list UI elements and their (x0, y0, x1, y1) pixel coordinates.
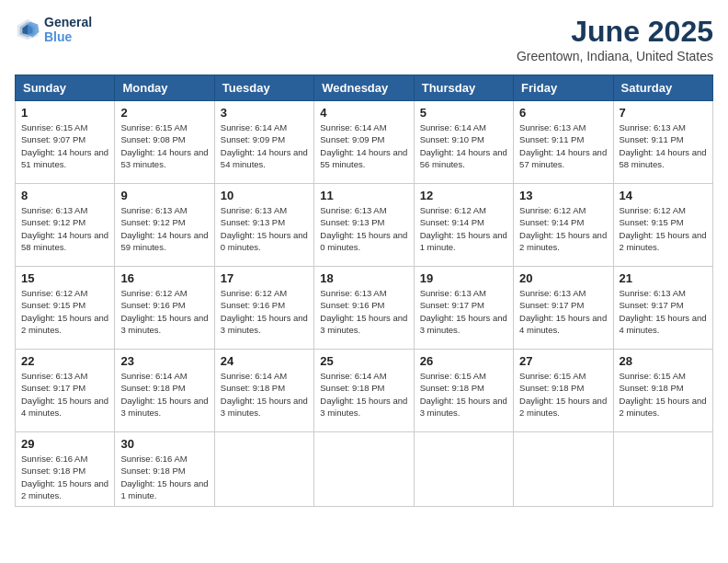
day-cell-2: 2Sunrise: 6:15 AM Sunset: 9:08 PM Daylig… (115, 101, 214, 184)
day-cell-5: 5Sunrise: 6:14 AM Sunset: 9:10 PM Daylig… (414, 101, 513, 184)
day-info: Sunrise: 6:14 AM Sunset: 9:18 PM Dayligh… (221, 370, 308, 419)
day-number: 16 (120, 271, 208, 285)
day-number: 5 (420, 106, 507, 120)
page-header: General Blue June 2025 Greentown, Indian… (15, 15, 713, 63)
day-info: Sunrise: 6:15 AM Sunset: 9:18 PM Dayligh… (420, 370, 507, 419)
day-number: 24 (221, 354, 308, 368)
day-info: Sunrise: 6:13 AM Sunset: 9:13 PM Dayligh… (221, 204, 308, 253)
day-info: Sunrise: 6:13 AM Sunset: 9:17 PM Dayligh… (420, 287, 507, 336)
day-number: 2 (120, 106, 208, 120)
calendar-week-4: 22Sunrise: 6:13 AM Sunset: 9:17 PM Dayli… (16, 350, 713, 432)
day-cell-12: 12Sunrise: 6:12 AM Sunset: 9:14 PM Dayli… (414, 184, 513, 267)
day-info: Sunrise: 6:13 AM Sunset: 9:16 PM Dayligh… (320, 287, 407, 336)
column-header-monday: Monday (115, 75, 214, 101)
day-number: 13 (519, 189, 607, 202)
day-info: Sunrise: 6:12 AM Sunset: 9:16 PM Dayligh… (221, 287, 308, 336)
day-number: 25 (320, 354, 407, 368)
day-number: 20 (519, 271, 607, 285)
day-number: 14 (620, 189, 707, 202)
day-number: 28 (620, 354, 707, 368)
day-number: 27 (519, 354, 607, 368)
day-number: 10 (221, 189, 308, 202)
day-cell-13: 13Sunrise: 6:12 AM Sunset: 9:14 PM Dayli… (514, 184, 613, 267)
day-cell-18: 18Sunrise: 6:13 AM Sunset: 9:16 PM Dayli… (314, 267, 414, 350)
empty-cell (613, 432, 712, 507)
day-number: 18 (320, 271, 407, 285)
day-cell-8: 8Sunrise: 6:13 AM Sunset: 9:12 PM Daylig… (16, 184, 115, 267)
day-number: 8 (21, 189, 108, 202)
day-info: Sunrise: 6:12 AM Sunset: 9:14 PM Dayligh… (420, 204, 507, 253)
title-block: June 2025 Greentown, Indiana, United Sta… (517, 15, 713, 63)
day-cell-10: 10Sunrise: 6:13 AM Sunset: 9:13 PM Dayli… (214, 184, 313, 267)
calendar-table: SundayMondayTuesdayWednesdayThursdayFrid… (15, 75, 713, 507)
day-info: Sunrise: 6:15 AM Sunset: 9:18 PM Dayligh… (519, 370, 607, 419)
day-number: 22 (21, 354, 108, 368)
day-cell-27: 27Sunrise: 6:15 AM Sunset: 9:18 PM Dayli… (514, 350, 613, 432)
day-cell-24: 24Sunrise: 6:14 AM Sunset: 9:18 PM Dayli… (214, 350, 313, 432)
day-cell-25: 25Sunrise: 6:14 AM Sunset: 9:18 PM Dayli… (314, 350, 414, 432)
day-cell-23: 23Sunrise: 6:14 AM Sunset: 9:18 PM Dayli… (115, 350, 214, 432)
logo-text: General Blue (44, 15, 92, 44)
day-info: Sunrise: 6:12 AM Sunset: 9:14 PM Dayligh… (519, 204, 607, 253)
day-number: 12 (420, 189, 507, 202)
day-info: Sunrise: 6:12 AM Sunset: 9:15 PM Dayligh… (21, 287, 108, 336)
empty-cell (414, 432, 513, 507)
day-cell-11: 11Sunrise: 6:13 AM Sunset: 9:13 PM Dayli… (314, 184, 414, 267)
day-info: Sunrise: 6:16 AM Sunset: 9:18 PM Dayligh… (21, 453, 108, 501)
day-info: Sunrise: 6:13 AM Sunset: 9:13 PM Dayligh… (320, 204, 407, 253)
day-number: 21 (620, 271, 707, 285)
day-number: 30 (120, 437, 208, 451)
day-info: Sunrise: 6:13 AM Sunset: 9:11 PM Dayligh… (620, 121, 707, 170)
day-cell-21: 21Sunrise: 6:13 AM Sunset: 9:17 PM Dayli… (613, 267, 712, 350)
day-cell-7: 7Sunrise: 6:13 AM Sunset: 9:11 PM Daylig… (613, 101, 712, 184)
day-info: Sunrise: 6:13 AM Sunset: 9:12 PM Dayligh… (120, 204, 208, 253)
day-cell-26: 26Sunrise: 6:15 AM Sunset: 9:18 PM Dayli… (414, 350, 513, 432)
day-info: Sunrise: 6:13 AM Sunset: 9:11 PM Dayligh… (519, 121, 607, 170)
day-info: Sunrise: 6:13 AM Sunset: 9:17 PM Dayligh… (620, 287, 707, 336)
day-info: Sunrise: 6:13 AM Sunset: 9:17 PM Dayligh… (519, 287, 607, 336)
day-info: Sunrise: 6:16 AM Sunset: 9:18 PM Dayligh… (120, 453, 208, 501)
day-info: Sunrise: 6:13 AM Sunset: 9:12 PM Dayligh… (21, 204, 108, 253)
column-header-saturday: Saturday (613, 75, 712, 101)
day-cell-3: 3Sunrise: 6:14 AM Sunset: 9:09 PM Daylig… (214, 101, 313, 184)
calendar-week-5: 29Sunrise: 6:16 AM Sunset: 9:18 PM Dayli… (16, 432, 713, 507)
day-cell-9: 9Sunrise: 6:13 AM Sunset: 9:12 PM Daylig… (115, 184, 214, 267)
day-info: Sunrise: 6:14 AM Sunset: 9:09 PM Dayligh… (320, 121, 407, 170)
day-number: 29 (21, 437, 108, 451)
day-number: 17 (221, 271, 308, 285)
day-cell-4: 4Sunrise: 6:14 AM Sunset: 9:09 PM Daylig… (314, 101, 414, 184)
day-number: 3 (221, 106, 308, 120)
day-cell-15: 15Sunrise: 6:12 AM Sunset: 9:15 PM Dayli… (16, 267, 115, 350)
day-info: Sunrise: 6:15 AM Sunset: 9:08 PM Dayligh… (120, 121, 208, 170)
column-header-sunday: Sunday (16, 75, 115, 101)
day-cell-19: 19Sunrise: 6:13 AM Sunset: 9:17 PM Dayli… (414, 267, 513, 350)
day-cell-29: 29Sunrise: 6:16 AM Sunset: 9:18 PM Dayli… (16, 432, 115, 507)
day-number: 23 (120, 354, 208, 368)
day-number: 15 (21, 271, 108, 285)
day-cell-14: 14Sunrise: 6:12 AM Sunset: 9:15 PM Dayli… (613, 184, 712, 267)
day-info: Sunrise: 6:14 AM Sunset: 9:18 PM Dayligh… (120, 370, 208, 419)
column-header-thursday: Thursday (414, 75, 513, 101)
calendar-week-3: 15Sunrise: 6:12 AM Sunset: 9:15 PM Dayli… (16, 267, 713, 350)
day-info: Sunrise: 6:13 AM Sunset: 9:17 PM Dayligh… (21, 370, 108, 419)
day-info: Sunrise: 6:14 AM Sunset: 9:09 PM Dayligh… (221, 121, 308, 170)
location: Greentown, Indiana, United States (517, 49, 713, 63)
empty-cell (514, 432, 613, 507)
day-cell-30: 30Sunrise: 6:16 AM Sunset: 9:18 PM Dayli… (115, 432, 214, 507)
day-cell-6: 6Sunrise: 6:13 AM Sunset: 9:11 PM Daylig… (514, 101, 613, 184)
logo-icon (15, 17, 40, 42)
day-number: 9 (120, 189, 208, 202)
empty-cell (314, 432, 414, 507)
day-info: Sunrise: 6:12 AM Sunset: 9:15 PM Dayligh… (620, 204, 707, 253)
month-title: June 2025 (517, 15, 713, 49)
logo: General Blue (15, 15, 92, 44)
column-header-tuesday: Tuesday (214, 75, 313, 101)
day-info: Sunrise: 6:14 AM Sunset: 9:18 PM Dayligh… (320, 370, 407, 419)
day-info: Sunrise: 6:14 AM Sunset: 9:10 PM Dayligh… (420, 121, 507, 170)
day-cell-17: 17Sunrise: 6:12 AM Sunset: 9:16 PM Dayli… (214, 267, 313, 350)
day-cell-20: 20Sunrise: 6:13 AM Sunset: 9:17 PM Dayli… (514, 267, 613, 350)
day-cell-16: 16Sunrise: 6:12 AM Sunset: 9:16 PM Dayli… (115, 267, 214, 350)
day-cell-28: 28Sunrise: 6:15 AM Sunset: 9:18 PM Dayli… (613, 350, 712, 432)
calendar-week-1: 1Sunrise: 6:15 AM Sunset: 9:07 PM Daylig… (16, 101, 713, 184)
calendar-header-row: SundayMondayTuesdayWednesdayThursdayFrid… (16, 75, 713, 101)
